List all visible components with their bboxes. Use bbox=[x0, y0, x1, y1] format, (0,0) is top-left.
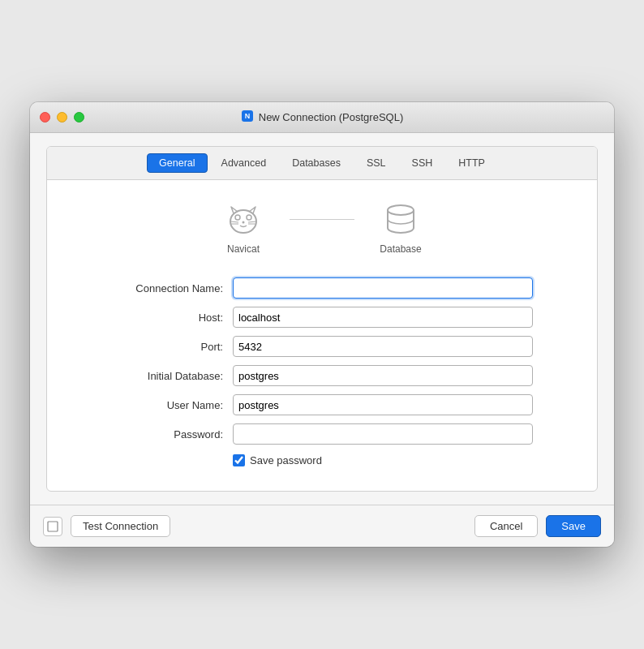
database-icon bbox=[379, 200, 423, 239]
tab-http[interactable]: HTTP bbox=[446, 153, 497, 173]
svg-point-10 bbox=[388, 205, 414, 215]
tab-databases[interactable]: Databases bbox=[280, 153, 353, 173]
bottom-left: Test Connection bbox=[43, 515, 170, 537]
svg-rect-11 bbox=[48, 522, 58, 531]
svg-text:N: N bbox=[245, 112, 251, 120]
window-content: General Advanced Databases SSL SSH HTTP bbox=[30, 133, 614, 505]
diagram-database-label: Database bbox=[380, 243, 421, 255]
svg-point-3 bbox=[235, 215, 240, 220]
diagram-navicat-label: Navicat bbox=[227, 243, 260, 255]
tab-ssh[interactable]: SSH bbox=[400, 153, 445, 173]
window-controls bbox=[40, 112, 84, 122]
svg-point-5 bbox=[243, 221, 245, 224]
host-row: Host: bbox=[111, 307, 533, 328]
window-title: New Connection (PostgreSQL) bbox=[259, 111, 403, 123]
initial-database-label: Initial Database: bbox=[111, 370, 233, 382]
save-button[interactable]: Save bbox=[546, 515, 601, 537]
connection-name-input[interactable] bbox=[233, 277, 533, 299]
tab-advanced[interactable]: Advanced bbox=[209, 153, 279, 173]
password-label: Password: bbox=[111, 428, 233, 441]
connection-diagram: Navicat Database bbox=[63, 200, 581, 255]
svg-line-6 bbox=[230, 221, 238, 222]
connection-name-label: Connection Name: bbox=[111, 282, 233, 294]
form-area: Navicat Database bbox=[47, 180, 597, 491]
tab-bar: General Advanced Databases SSL SSH HTTP bbox=[47, 147, 597, 180]
tab-ssl[interactable]: SSL bbox=[354, 153, 398, 173]
minimize-button[interactable] bbox=[57, 112, 67, 122]
maximize-button[interactable] bbox=[74, 112, 84, 122]
diagram-connector bbox=[290, 219, 354, 220]
main-window: N New Connection (PostgreSQL) General Ad… bbox=[30, 102, 614, 547]
test-connection-button[interactable]: Test Connection bbox=[71, 515, 170, 537]
save-password-label[interactable]: Save password bbox=[250, 454, 322, 466]
user-name-input[interactable] bbox=[233, 394, 533, 415]
host-label: Host: bbox=[111, 312, 233, 324]
bottom-right: Cancel Save bbox=[474, 515, 601, 537]
svg-point-4 bbox=[247, 215, 251, 220]
port-label: Port: bbox=[111, 341, 233, 353]
initial-database-input[interactable] bbox=[233, 365, 533, 386]
save-password-row: Save password bbox=[233, 454, 533, 466]
cancel-button[interactable]: Cancel bbox=[474, 515, 538, 537]
close-button[interactable] bbox=[40, 112, 50, 122]
bottom-bar: Test Connection Cancel Save bbox=[30, 505, 614, 547]
navicat-icon bbox=[221, 200, 265, 239]
port-row: Port: bbox=[111, 336, 533, 357]
user-name-row: User Name: bbox=[111, 394, 533, 415]
password-row: Password: bbox=[111, 423, 533, 445]
user-name-label: User Name: bbox=[111, 399, 233, 411]
diagram-database: Database bbox=[379, 200, 423, 255]
initial-database-row: Initial Database: bbox=[111, 365, 533, 386]
form-rows: Connection Name: Host: Port: bbox=[111, 277, 533, 466]
console-button[interactable] bbox=[43, 517, 62, 536]
password-input[interactable] bbox=[233, 423, 533, 445]
main-panel: General Advanced Databases SSL SSH HTTP bbox=[46, 146, 598, 492]
port-input[interactable] bbox=[233, 336, 533, 357]
save-password-checkbox[interactable] bbox=[233, 454, 245, 466]
app-icon: N bbox=[241, 110, 254, 125]
title-bar: N New Connection (PostgreSQL) bbox=[30, 102, 614, 133]
host-input[interactable] bbox=[233, 307, 533, 328]
connection-name-row: Connection Name: bbox=[111, 277, 533, 299]
svg-line-8 bbox=[248, 221, 256, 222]
tab-general[interactable]: General bbox=[147, 153, 207, 173]
diagram-navicat: Navicat bbox=[221, 200, 265, 255]
